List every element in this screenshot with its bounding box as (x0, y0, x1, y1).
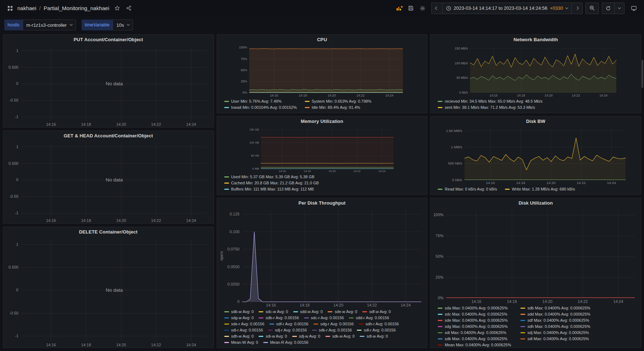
panel-put-account-container-object: PUT Account/Container/Object 10.5000-0.5… (3, 34, 214, 128)
panel-header[interactable]: Disk BW (431, 116, 641, 126)
legend-item[interactable]: sdh Max: 0.0400% Avg: 0.000625% (520, 324, 590, 330)
panel-header[interactable]: DELETE Container/Object (3, 227, 213, 236)
legend-item[interactable]: sdf-w Avg: 0 (362, 309, 391, 315)
series-color-swatch (438, 189, 442, 190)
legend-item[interactable]: sdg Max: 0.0400% Avg: 0.000625% (438, 324, 511, 330)
legend-item[interactable]: sdb-w Avg: 0 (224, 309, 254, 315)
legend-label: sdb-w Avg: 0 (231, 309, 254, 315)
legend-item[interactable]: sdg-r Avg: 0.00156 (314, 321, 354, 327)
svg-text:14:20: 14:20 (545, 94, 553, 97)
legend-item[interactable]: sdh-w Avg: 0 (224, 333, 254, 339)
time-shift-forward-button[interactable] (571, 3, 583, 14)
series-color-swatch (304, 317, 309, 318)
svg-text:14:20: 14:20 (333, 303, 343, 307)
legend-item[interactable]: sdb Max: 0.0400% Avg: 0.000625% (520, 305, 590, 311)
legend-item[interactable]: Idle Min: 89.4% Avg: 91.4% (305, 104, 372, 111)
legend-item[interactable]: Buffers Min: 111 MB Max: 113 MB Avg: 112… (224, 186, 319, 192)
series-color-swatch (505, 189, 510, 190)
series-color-swatch (438, 314, 442, 315)
legend-item[interactable]: sdf Max: 0.0400% Avg: 0.000625% (520, 317, 590, 324)
svg-text:0: 0 (16, 82, 18, 86)
legend-item[interactable]: sdc-w Avg: 0 (259, 309, 288, 315)
panel-header[interactable]: Per Disk Throughput (217, 198, 427, 207)
svg-text:100 Mb/s: 100 Mb/s (455, 61, 468, 65)
legend-item[interactable]: sdi Max: 0.0400% Avg: 0.000625% (438, 330, 511, 336)
legend-item[interactable]: sent Min: 38.1 Mb/s Max: 71.2 Mb/s Avg: … (438, 104, 543, 111)
legend-item[interactable]: sdc-r Avg: 0.00156 (304, 315, 344, 321)
legend-item[interactable]: sdj-w Avg: 0 (292, 333, 320, 339)
legend-item[interactable]: sdh-r Avg: 0.00156 (359, 321, 399, 327)
legend-item[interactable]: sdk-w Avg: 0 (325, 333, 355, 339)
dashboards-grid-icon[interactable] (4, 2, 16, 14)
legend-item[interactable]: sdg-w Avg: 0 (224, 315, 254, 321)
settings-gear-icon[interactable] (417, 2, 428, 14)
star-icon[interactable] (112, 2, 123, 14)
legend-item[interactable]: Write Max: 1.28 MB/s Avg: 680 kB/s (505, 186, 575, 192)
svg-text:50%: 50% (436, 254, 444, 258)
legend-item[interactable]: sdi-w Avg: 0 (259, 333, 287, 339)
legend-item[interactable]: Mean-W Avg: 0 (224, 339, 258, 346)
panel-header[interactable]: PUT Account/Container/Object (3, 35, 213, 44)
panel-per-disk-throughput: Per Disk Throughput 00.02500.05000.07500… (217, 198, 428, 348)
refresh-button[interactable] (602, 3, 615, 14)
legend-item[interactable]: Iowait Min: 0.00104% Avg: 0.00152% (224, 104, 297, 111)
panel-title: DELETE Container/Object (79, 229, 138, 235)
legend-item[interactable]: sdf-r Avg: 0.00156 (269, 321, 308, 327)
legend-item[interactable]: sdl-w Avg: 0 (360, 333, 388, 339)
legend-item[interactable]: sdj Max: 0.0400% Avg: 0.000625% (520, 330, 590, 336)
legend-item[interactable]: sdl-r Avg: 0.00156 (357, 327, 396, 333)
panel-header[interactable]: CPU (217, 35, 427, 44)
legend-label: sdi-w Avg: 0 (265, 333, 287, 339)
series-color-swatch (259, 311, 263, 312)
legend-item[interactable]: sdk Max: 0.0400% Avg: 0.000625% (438, 336, 511, 342)
put-chart: 10.5000-0.50-114:1614:1814:2014:2214:24N… (5, 44, 211, 127)
breadcrumb-folder[interactable]: nakhaei (17, 5, 36, 11)
refresh-interval-dropdown[interactable] (614, 3, 624, 14)
share-icon[interactable] (123, 2, 135, 14)
variable-value-dropdown[interactable]: 10s (113, 20, 133, 30)
series-color-swatch (314, 324, 318, 325)
panel-header[interactable]: GET & HEAD Account/Container/Object (3, 131, 213, 140)
page-scrollbar-thumb[interactable] (641, 60, 643, 88)
series-color-swatch (438, 320, 442, 321)
svg-text:14:20: 14:20 (116, 343, 126, 347)
legend-item[interactable]: sdl Max: 0.0400% Avg: 0.000625% (520, 336, 590, 342)
legend-item[interactable]: Mean Max: 0.0400% Avg: 0.000625% (438, 342, 511, 348)
svg-text:-1: -1 (15, 115, 18, 119)
tv-mode-icon[interactable] (628, 2, 640, 14)
panel-header[interactable]: Disk Utilization (431, 198, 641, 207)
breadcrumb-dashboard-title[interactable]: Partial_Monitoring_nakhaei (44, 5, 109, 11)
svg-text:No data: No data (106, 177, 123, 183)
add-panel-icon[interactable] (394, 2, 405, 14)
legend-item[interactable]: sdk-r Avg: 0.00156 (312, 327, 352, 333)
panel-header[interactable]: Network Bandwidth (431, 35, 641, 44)
save-icon[interactable] (405, 2, 417, 14)
legend-item[interactable]: Used Min: 5.37 GB Max: 5.39 GB Avg: 5.38… (224, 174, 319, 180)
legend-item[interactable]: sdc Max: 0.0400% Avg: 0.000625% (438, 311, 511, 317)
legend-item[interactable]: Mean-R Avg: 0.00156 (263, 339, 308, 346)
legend-item[interactable]: Read Max: 0 kB/s Avg: 0 kB/s (438, 186, 497, 192)
legend-item[interactable]: sdd Max: 0.0400% Avg: 0.000625% (520, 311, 590, 317)
legend-item[interactable]: sde-r Avg: 0.00156 (224, 321, 264, 327)
legend-item[interactable]: sda Max: 0.0400% Avg: 0.000625% (438, 305, 511, 311)
variable-value-dropdown[interactable]: m-r1z1s3-controller (23, 20, 76, 30)
legend-label: sdl-r Avg: 0.00156 (364, 327, 396, 333)
legend-item[interactable]: sdi-r Avg: 0.00156 (224, 327, 263, 333)
legend-item[interactable]: sde Max: 0.0400% Avg: 0.000625% (438, 317, 511, 324)
legend-label: sdg-r Avg: 0.00156 (320, 321, 354, 327)
zoom-out-button[interactable] (585, 3, 599, 14)
legend-item[interactable]: sde-w Avg: 0 (328, 309, 357, 315)
legend-item[interactable]: sdd-w Avg: 0 (293, 309, 323, 315)
svg-text:0: 0 (237, 299, 239, 304)
legend-item[interactable]: System Min: 0.653% Avg: 0.798% (305, 98, 372, 104)
legend-item[interactable]: Cached Min: 20.8 GB Max: 21.2 GB Avg: 21… (224, 180, 319, 186)
legend-item[interactable]: sdj-r Avg: 0.00156 (268, 327, 307, 333)
panel-header[interactable]: Memory Utilization (217, 116, 427, 126)
legend-item[interactable]: sdd-r Avg: 0.00156 (349, 315, 389, 321)
legend-item[interactable]: User Min: 5.76% Avg: 7.49% (224, 98, 297, 104)
time-range-picker-button[interactable]: 2023-03-14 14:14:17 to 2023-03-14 14:24:… (442, 3, 572, 14)
svg-text:14:20: 14:20 (543, 299, 553, 304)
legend-item[interactable]: recieved Min: 34.5 Mb/s Max: 65.0 Mb/s A… (438, 98, 543, 104)
legend-item[interactable]: sdb-r Avg: 0.00156 (259, 315, 299, 321)
time-shift-back-button[interactable] (431, 3, 442, 14)
